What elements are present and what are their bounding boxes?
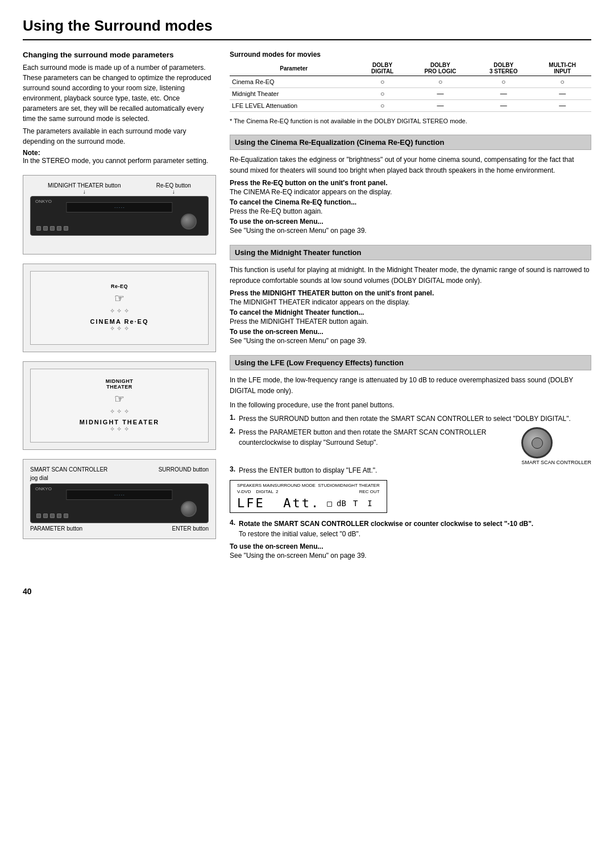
midnight-theater-diagram: MIDNIGHTTHEATER ☞ ✧ ✧ ✧ MIDNIGHT THEATER… — [23, 361, 216, 450]
top-device-diagram: MIDNIGHT THEATER button ↓ Re-EQ button ↓… — [23, 175, 216, 254]
lfe-step-2-row: 2. Press the PARAMETER button and then r… — [230, 427, 591, 465]
row-cinema-re-eq-name: Cinema Re-EQ — [230, 76, 358, 88]
row-lfe-name: LFE LEVEL Attenuation — [230, 100, 358, 112]
lfe-diagram-box: SMART SCAN CONTROLLER SURROUND button jo… — [23, 459, 216, 539]
cinema-step-1-normal: The CINEMA Re-EQ indicator appears on th… — [230, 188, 591, 196]
row-lfe-d3: — — [474, 100, 533, 112]
cinema-re-eq-diagram: Re-EQ ☞ ✧ ✧ ✧ CINEMA Re·EQ ✧ ✧ ✧ — [23, 264, 216, 352]
col-multi-ch: MULTI-CHINPUT — [533, 61, 591, 76]
table-row-lfe: LFE LEVEL Attenuation ○ — — — — [230, 100, 591, 112]
lfe-step-4: 4. Rotate the SMART SCAN CONTROLLER cloc… — [230, 519, 591, 539]
lfe-step-2-num: 2. — [230, 427, 235, 448]
lfe-step-2-text: Press the PARAMETER button and then rota… — [239, 427, 515, 448]
cinema-step-3-normal: See "Using the on-screen Menu" on page 3… — [230, 227, 591, 235]
surround-table-heading: Surround modes for movies — [230, 51, 591, 59]
smart-scan-controller-icon — [521, 427, 553, 458]
midnight-step-2-normal: Press the MIDNIGHT THEATER button again. — [230, 318, 591, 326]
midnight-step-3-bold: To use the on-screen Menu... — [230, 328, 591, 336]
col-parameter: Parameter — [230, 61, 358, 76]
row-midnight-theater-name: Midnight Theater — [230, 88, 358, 100]
lfe-intro: In the LFE mode, the low-frequency range… — [230, 375, 591, 396]
row-midnight-d3: — — [474, 88, 533, 100]
midnight-btn-label: MIDNIGHTTHEATER — [106, 378, 134, 390]
callout-midnight-theater: MIDNIGHT THEATER button ↓ — [48, 182, 121, 195]
lfe-step-3-num: 3. — [230, 465, 235, 475]
section-heading-changing: Changing the surround mode parameters — [23, 51, 216, 59]
midnight-step-3-normal: See "Using the on-screen Menu" on page 3… — [230, 337, 591, 345]
midnight-step-1-normal: The MIDNIGHT THEATER indicator appears o… — [230, 298, 591, 306]
table-header-row: Parameter DOLBYDIGITAL DOLBYPRO LOGIC DO… — [230, 61, 591, 76]
col-dolby-pro-logic: DOLBYPRO LOGIC — [407, 61, 474, 76]
table-footnote: * The Cinema Re-EQ function is not avail… — [230, 118, 591, 124]
midnight-theater-label: MIDNIGHT THEATER — [80, 419, 160, 425]
parameter-btn-label: PARAMETER button — [30, 525, 82, 532]
lfe-section: Using the LFE (Low Frequency Effects) fu… — [230, 355, 591, 560]
note-text: In the STEREO mode, you cannot perform p… — [23, 157, 216, 165]
cinema-step-2-normal: Press the Re-EQ button again. — [230, 207, 591, 215]
slash-right-2: ✧ ✧ ✧ — [110, 425, 128, 433]
lfe-step-4-text: Rotate the SMART SCAN CONTROLLER clockwi… — [239, 519, 533, 539]
callout-re-eq: Re-EQ button ↓ — [156, 182, 191, 195]
lfe-step-4-normal: To restore the initial value, select "0 … — [239, 530, 360, 538]
receiver-diagram-lfe: ONKYO · · · · · — [30, 483, 209, 523]
cinema-re-eq-heading: Using the Cinema Re-Equalization (Cinema… — [230, 135, 591, 150]
note-label: Note: — [23, 149, 216, 157]
row-cinema-re-eq-d3: ○ — [474, 76, 533, 88]
cinema-re-eq-intro: Re-Equalization takes the edginess or "b… — [230, 155, 591, 176]
row-cinema-re-eq-d1: ○ — [358, 76, 406, 88]
smart-scan-label-small: SMART SCAN CONTROLLER — [521, 460, 591, 465]
page-title: Using the Surround modes — [23, 17, 591, 40]
right-column: Surround modes for movies Parameter DOLB… — [230, 51, 591, 570]
slash-right: ✧ ✧ ✧ — [110, 325, 128, 332]
lfe-main-text: LFE Att. — [237, 496, 320, 510]
jog-dial-label: jog dial — [30, 475, 209, 481]
row-midnight-d2: — — [407, 88, 474, 100]
lfe-step-3: 3. Press the ENTER button to display "LF… — [230, 465, 591, 475]
row-lfe-d1: ○ — [358, 100, 406, 112]
cinema-step-2-bold: To cancel the Cinema Re-EQ function... — [230, 198, 591, 206]
row-midnight-d1: ○ — [358, 88, 406, 100]
lfe-display-vdvd: V-DVD DIGITAL 2 — [237, 489, 278, 494]
lfe-heading: Using the LFE (Low Frequency Effects) fu… — [230, 355, 591, 370]
table-row-cinema-re-eq: Cinema Re-EQ ○ ○ ○ ○ — [230, 76, 591, 88]
lfe-display-label-midnight: MIDNIGHT THEATER — [335, 483, 379, 488]
enter-btn-label: ENTER button — [172, 525, 209, 532]
lfe-step-1: 1. Press the SURROUND button and then ro… — [230, 414, 591, 424]
row-lfe-d2: — — [407, 100, 474, 112]
lfe-to-use-menu: To use the on-screen Menu... — [230, 542, 591, 550]
left-column: Changing the surround mode parameters Ea… — [23, 51, 216, 570]
surround-modes-table-section: Surround modes for movies Parameter DOLB… — [230, 51, 591, 124]
surround-btn-label: SURROUND button — [159, 466, 209, 473]
lfe-t1-text: T I — [353, 499, 372, 508]
intro-text-2: The parameters available in each surroun… — [23, 126, 216, 147]
section-changing-params: Changing the surround mode parameters Ea… — [23, 51, 216, 165]
table-row-midnight-theater: Midnight Theater ○ — — — — [230, 88, 591, 100]
cinema-re-eq-section: Using the Cinema Re-Equalization (Cinema… — [230, 135, 591, 235]
lfe-step-4-num: 4. — [230, 519, 235, 539]
midnight-theater-heading: Using the Midnight Theater function — [230, 245, 591, 260]
lfe-db-text: □ dB — [327, 499, 346, 508]
col-dolby-digital: DOLBYDIGITAL — [358, 61, 406, 76]
midnight-theater-intro: This function is useful for playing at m… — [230, 265, 591, 286]
slash-left: ✧ ✧ ✧ — [110, 307, 128, 315]
cinema-re-eq-label: CINEMA Re·EQ — [90, 318, 148, 325]
cinema-step-1-bold: Press the Re-EQ button on the unit's fro… — [230, 179, 591, 187]
lfe-display-recout: REC OUT — [359, 489, 380, 494]
lfe-intro2: In the following procedure, use the fron… — [230, 400, 591, 411]
row-lfe-d4: — — [533, 100, 591, 112]
lfe-step-3-text: Press the ENTER button to display "LFE A… — [239, 465, 377, 475]
page-number: 40 — [23, 587, 32, 596]
lfe-see-menu: See "Using the on-screen Menu" on page 3… — [230, 552, 591, 560]
lfe-display-label-speakers: SPEAKERS MAIN — [237, 483, 274, 488]
smart-scan-label: SMART SCAN CONTROLLER — [30, 466, 107, 473]
col-dolby-3-stereo: DOLBY3 STEREO — [474, 61, 533, 76]
row-cinema-re-eq-d4: ○ — [533, 76, 591, 88]
page-footer: 40 — [23, 587, 591, 596]
slash-left-2: ✧ ✧ ✧ — [110, 408, 128, 415]
lfe-step-1-num: 1. — [230, 414, 235, 424]
lfe-step-2: 2. Press the PARAMETER button and then r… — [230, 427, 515, 448]
lfe-step-1-text: Press the SURROUND button and then rotat… — [239, 414, 571, 424]
lfe-display-label-surround: SURROUND MODE STUDIO — [274, 483, 335, 488]
row-cinema-re-eq-d2: ○ — [407, 76, 474, 88]
midnight-step-2-bold: To cancel the Midnight Theater function.… — [230, 308, 591, 316]
